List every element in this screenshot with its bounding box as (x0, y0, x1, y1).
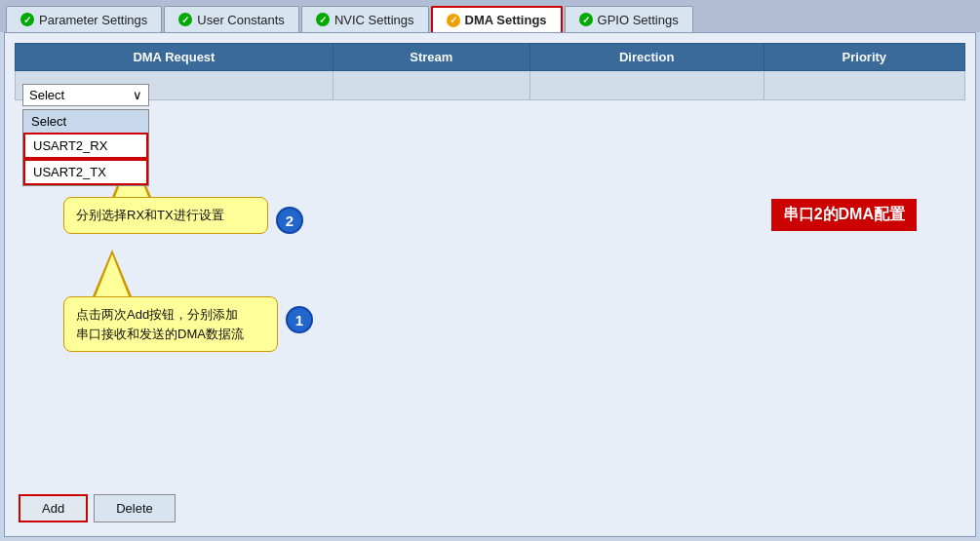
cell-priority (764, 71, 964, 100)
tab-label-user: User Constants (197, 13, 285, 27)
dropdown-option-usart2tx[interactable]: USART2_TX (23, 159, 148, 185)
callout-step2-text: 分别选择RX和TX进行设置 (76, 208, 224, 222)
cell-direction (529, 71, 764, 100)
cell-stream (333, 71, 529, 100)
tab-nvic-settings[interactable]: ✓ NVIC Settings (301, 6, 429, 32)
dropdown-select[interactable]: Select ∨ (22, 84, 149, 106)
button-bar: Add Delete (19, 494, 176, 522)
tab-label-gpio: GPIO Settings (598, 13, 679, 27)
tab-user-constants[interactable]: ✓ User Constants (164, 6, 299, 32)
tab-label-nvic: NVIC Settings (334, 13, 414, 27)
delete-button[interactable]: Delete (94, 494, 176, 522)
tab-dma-settings[interactable]: ✓ DMA Settings (431, 6, 563, 32)
dropdown-list: Select USART2_RX USART2_TX (22, 109, 149, 186)
dropdown-option-usart2rx[interactable]: USART2_RX (23, 133, 148, 159)
dma-table: DMA Request Stream Direction Priority (15, 43, 965, 100)
col-direction: Direction (529, 44, 764, 71)
tab-icon-parameter: ✓ (20, 13, 34, 26)
table-row-empty (16, 71, 965, 100)
callout-step1: 点击两次Add按钮，分别添加串口接收和发送的DMA数据流 (63, 296, 278, 352)
callout-step2-wrapper: 分别选择RX和TX进行设置 2 (63, 197, 268, 234)
col-dma-request: DMA Request (16, 44, 333, 71)
dropdown-container: Select ∨ Select USART2_RX USART2_TX (22, 84, 149, 106)
dropdown-selected-value: Select (29, 88, 64, 102)
tab-label-parameter: Parameter Settings (39, 13, 147, 27)
svg-marker-3 (96, 254, 129, 296)
add-button[interactable]: Add (19, 494, 88, 522)
col-priority: Priority (764, 44, 964, 71)
callout-step1-wrapper: 点击两次Add按钮，分别添加串口接收和发送的DMA数据流 1 (63, 296, 278, 352)
tab-label-dma: DMA Settings (465, 13, 547, 27)
tab-parameter-settings[interactable]: ✓ Parameter Settings (6, 6, 162, 32)
tab-bar: ✓ Parameter Settings ✓ User Constants ✓ … (0, 0, 980, 32)
tab-icon-dma: ✓ (447, 14, 460, 27)
dropdown-option-select[interactable]: Select (23, 110, 148, 133)
tab-icon-user: ✓ (178, 13, 192, 26)
tab-icon-gpio: ✓ (579, 13, 593, 26)
col-stream: Stream (333, 44, 529, 71)
main-container: ✓ Parameter Settings ✓ User Constants ✓ … (0, 0, 980, 541)
badge-1: 1 (286, 306, 313, 333)
tab-gpio-settings[interactable]: ✓ GPIO Settings (565, 6, 693, 32)
tab-icon-nvic: ✓ (316, 13, 330, 26)
content-area: DMA Request Stream Direction Priority Se… (4, 32, 976, 537)
callout-step2: 分别选择RX和TX进行设置 (63, 197, 268, 234)
red-label: 串口2的DMA配置 (771, 199, 917, 231)
callout-step1-text: 点击两次Add按钮，分别添加串口接收和发送的DMA数据流 (76, 307, 244, 341)
dropdown-arrow-icon: ∨ (133, 88, 142, 102)
callout1-arrow-svg (83, 250, 161, 298)
badge-2: 2 (276, 207, 303, 234)
